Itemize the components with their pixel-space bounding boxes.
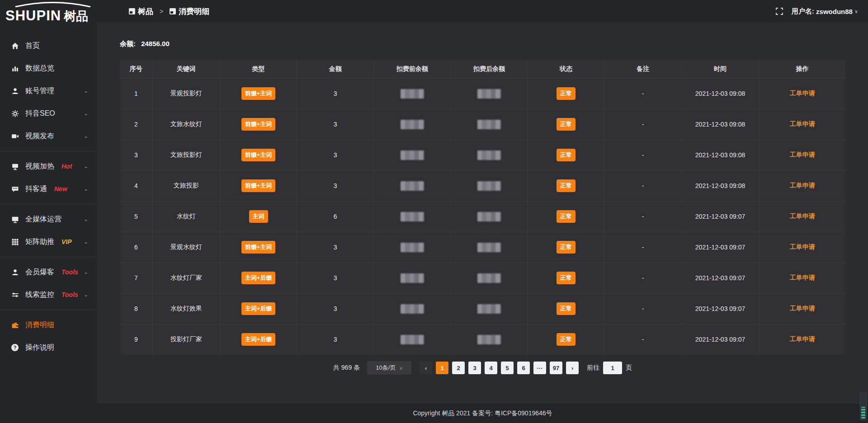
sidebar-item-account-management[interactable]: 账号管理 ⌄ xyxy=(0,80,97,102)
page-button-6[interactable]: 6 xyxy=(517,362,530,374)
cell-balance-after xyxy=(451,109,528,140)
cell-remark: - xyxy=(604,324,681,355)
status-badge: 正常 xyxy=(557,333,576,346)
cell-time: 2021-12-03 09:07 xyxy=(681,232,759,263)
breadcrumb-home[interactable]: 树品 xyxy=(138,6,153,17)
redacted-balance-before xyxy=(401,181,424,191)
chevron-down-icon: ⌄ xyxy=(84,216,88,222)
pagination: 共 969 条 10条/页 ∨ ‹ 1 2 3 4 5 6 ··· 97 › 前… xyxy=(120,361,845,375)
redacted-balance-after xyxy=(477,89,501,99)
sidebar-item-home[interactable]: 首页 xyxy=(0,34,97,57)
cell-no: 7 xyxy=(120,263,152,293)
user-icon xyxy=(11,268,19,276)
page-button-2[interactable]: 2 xyxy=(452,362,465,374)
footer: Copyright 树品 2021 备案号: 粤ICP备09019646号 xyxy=(97,404,868,423)
cell-status: 正常 xyxy=(528,201,604,232)
sidebar-item-all-media-operation[interactable]: 全媒体运营 ⌄ xyxy=(0,208,97,230)
cell-remark: - xyxy=(604,109,681,140)
cell-balance-after xyxy=(451,263,528,293)
chevron-down-icon: ⌄ xyxy=(84,88,88,94)
next-page-button[interactable]: › xyxy=(566,362,579,374)
cell-type: 前缀+主词 xyxy=(220,170,297,201)
col-header-status: 状态 xyxy=(528,60,604,78)
cell-type: 前缀+主词 xyxy=(220,232,297,263)
chevron-down-icon: ∨ xyxy=(399,366,402,371)
cell-keyword: 文旅投影 xyxy=(152,170,220,201)
work-order-link[interactable]: 工单申请 xyxy=(790,274,815,281)
page-unit-label: 页 xyxy=(626,364,632,372)
cell-status: 正常 xyxy=(528,140,604,170)
cell-time: 2021-12-03 09:07 xyxy=(681,201,759,232)
cell-balance-before xyxy=(374,109,451,140)
chevron-down-icon: ⌄ xyxy=(84,110,88,117)
page-ellipsis-button[interactable]: ··· xyxy=(533,362,546,374)
cell-no: 8 xyxy=(120,293,152,324)
cell-balance-after xyxy=(451,170,528,201)
cell-amount: 6 xyxy=(297,201,374,232)
chevron-down-icon: ⌄ xyxy=(84,291,88,298)
table-row: 8 水纹灯效果 主词+后缀 3 正常 - 2021-12-03 09:07 工单… xyxy=(120,293,845,324)
redacted-balance-after xyxy=(477,273,501,283)
sidebar-item-instructions[interactable]: ? 操作说明 xyxy=(0,336,97,359)
work-order-link[interactable]: 工单申请 xyxy=(790,305,815,312)
sidebar-item-matrix-boost[interactable]: 矩阵助推 VIP ⌄ xyxy=(0,230,97,253)
cell-type: 前缀+主词 xyxy=(220,140,297,170)
cell-action: 工单申请 xyxy=(759,140,845,170)
page-button-97[interactable]: 97 xyxy=(550,362,562,374)
cell-balance-after xyxy=(451,324,528,355)
page-button-5[interactable]: 5 xyxy=(501,362,514,374)
edge-scrollbar-widget[interactable] xyxy=(860,392,867,420)
page-size-select[interactable]: 10条/页 ∨ xyxy=(367,361,411,375)
cell-no: 5 xyxy=(120,201,152,232)
redacted-balance-before xyxy=(401,304,424,314)
goto-label: 前往 xyxy=(587,364,599,372)
main-content: 余额: 24856.00 序号 关键词 类型 金额 扣费前余额 扣费后余额 状态… xyxy=(97,23,868,423)
cell-balance-after xyxy=(451,140,528,170)
topbar: 树品 > 消费明细 用户名: zswodun88 ∨ xyxy=(97,0,868,23)
cell-time: 2021-12-03 09:08 xyxy=(681,78,759,109)
work-order-link[interactable]: 工单申请 xyxy=(790,182,815,189)
fullscreen-icon[interactable] xyxy=(775,7,783,15)
page-button-4[interactable]: 4 xyxy=(485,362,497,374)
breadcrumb: 树品 > 消费明细 xyxy=(129,6,209,17)
prev-page-button[interactable]: ‹ xyxy=(420,362,432,374)
redacted-balance-after xyxy=(477,150,501,160)
sidebar-item-data-overview[interactable]: 数据总览 xyxy=(0,57,97,80)
cell-keyword: 水纹灯效果 xyxy=(152,293,220,324)
col-header-balance-after: 扣费后余额 xyxy=(451,60,528,78)
user-icon xyxy=(11,87,19,95)
table-row: 6 景观水纹灯 前缀+主词 3 正常 - 2021-12-03 09:07 工单… xyxy=(120,232,845,263)
work-order-link[interactable]: 工单申请 xyxy=(790,212,815,220)
sidebar-item-video-heating[interactable]: 视频加热 Hot ⌄ xyxy=(0,155,97,178)
work-order-link[interactable]: 工单申请 xyxy=(790,151,815,158)
redacted-balance-after xyxy=(477,120,501,129)
sidebar-item-member-burst[interactable]: 会员爆客 Tools ⌄ xyxy=(0,261,97,283)
cell-remark: - xyxy=(604,140,681,170)
goto-page-input[interactable] xyxy=(603,362,622,374)
sidebar-item-consumption-details[interactable]: 消费明细 xyxy=(0,314,97,336)
redacted-balance-after xyxy=(477,212,501,221)
cell-keyword: 水纹灯 xyxy=(152,201,220,232)
sidebar-item-douketong[interactable]: 抖客通 New ⌄ xyxy=(0,178,97,200)
bar-chart-icon xyxy=(11,64,19,72)
work-order-link[interactable]: 工单申请 xyxy=(790,243,815,250)
redacted-balance-after xyxy=(477,304,501,314)
cell-type: 主词+后缀 xyxy=(220,263,297,293)
sidebar-item-lead-monitoring[interactable]: 线索监控 Tools ⌄ xyxy=(0,283,97,306)
work-order-link[interactable]: 工单申请 xyxy=(790,89,815,97)
user-menu[interactable]: 用户名: zswodun88 ∨ xyxy=(792,7,858,16)
cell-remark: - xyxy=(604,78,681,109)
page-button-3[interactable]: 3 xyxy=(468,362,481,374)
page-button-1[interactable]: 1 xyxy=(436,362,448,374)
work-order-link[interactable]: 工单申请 xyxy=(790,335,815,343)
work-order-link[interactable]: 工单申请 xyxy=(790,120,815,127)
table-header-row: 序号 关键词 类型 金额 扣费前余额 扣费后余额 状态 备注 时间 操作 xyxy=(120,60,845,78)
type-badge: 前缀+主词 xyxy=(241,241,276,254)
sidebar-item-douyin-seo[interactable]: 抖音SEO ⌄ xyxy=(0,102,97,125)
sidebar-item-video-publish[interactable]: 视频发布 ⌄ xyxy=(0,125,97,147)
redacted-balance-before xyxy=(401,273,424,283)
cell-amount: 3 xyxy=(297,232,374,263)
gear-icon xyxy=(11,109,19,118)
cell-status: 正常 xyxy=(528,293,604,324)
cell-status: 正常 xyxy=(528,170,604,201)
